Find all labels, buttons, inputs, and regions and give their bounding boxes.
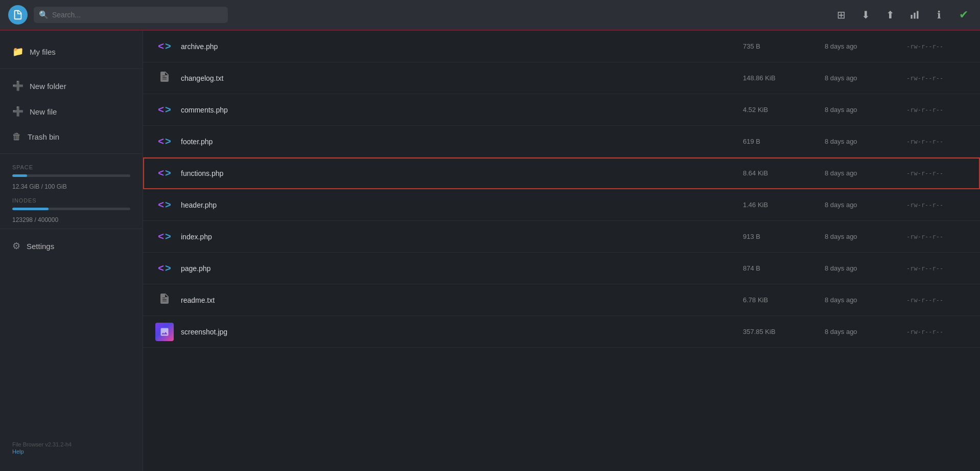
search-icon: 🔍: [39, 10, 49, 19]
file-icon: <>: [155, 101, 174, 119]
php-icon: <>: [158, 40, 171, 52]
file-perms: -rw-r--r--: [906, 43, 968, 50]
grid-view-icon[interactable]: ⊞: [833, 7, 849, 23]
table-row[interactable]: <> index.php 913 B 8 days ago -rw-r--r--: [143, 221, 980, 253]
settings-icon: ⚙: [12, 240, 20, 252]
file-date: 8 days ago: [825, 296, 906, 304]
file-icon: <>: [155, 259, 174, 278]
sidebar-item-label-trash-bin: Trash bin: [28, 132, 59, 141]
php-icon: <>: [158, 136, 171, 147]
file-date: 8 days ago: [825, 264, 906, 272]
sidebar-item-settings[interactable]: ⚙ Settings: [0, 233, 143, 259]
img-icon: [155, 323, 174, 341]
svg-rect-2: [917, 11, 918, 19]
file-name: page.php: [181, 264, 743, 273]
sidebar-bottom: File Browser v2.31.2-h4 Help: [0, 433, 143, 463]
file-name: comments.php: [181, 106, 743, 114]
file-size: 357.85 KiB: [743, 328, 825, 335]
file-perms: -rw-r--r--: [906, 328, 968, 335]
file-date: 8 days ago: [825, 233, 906, 240]
php-icon: <>: [158, 231, 171, 242]
file-perms: -rw-r--r--: [906, 106, 968, 114]
file-name: readme.txt: [181, 296, 743, 304]
main-layout: 📁 My files ➕ New folder ➕ New file 🗑 Tra…: [0, 31, 980, 471]
file-date: 8 days ago: [825, 42, 906, 50]
sidebar: 📁 My files ➕ New folder ➕ New file 🗑 Tra…: [0, 31, 143, 471]
file-date: 8 days ago: [825, 106, 906, 114]
file-date: 8 days ago: [825, 138, 906, 145]
php-icon: <>: [158, 262, 171, 274]
file-perms: -rw-r--r--: [906, 233, 968, 240]
sidebar-item-trash-bin[interactable]: 🗑 Trash bin: [0, 124, 143, 149]
php-icon: <>: [158, 167, 171, 179]
table-row[interactable]: <> comments.php 4.52 KiB 8 days ago -rw-…: [143, 94, 980, 126]
file-name: index.php: [181, 233, 743, 241]
file-icon: <>: [155, 164, 174, 183]
file-size: 148.86 KiB: [743, 74, 825, 82]
file-icon: [155, 323, 174, 341]
file-name: functions.php: [181, 169, 743, 177]
file-size: 619 B: [743, 138, 825, 145]
table-row[interactable]: <> archive.php 735 B 8 days ago -rw-r--r…: [143, 31, 980, 62]
version-info: File Browser v2.31.2-h4 Help: [0, 437, 143, 459]
folder-icon: 📁: [12, 46, 24, 57]
txt-icon: [158, 293, 171, 308]
table-row[interactable]: <> functions.php 8.64 KiB 8 days ago -rw…: [143, 158, 980, 189]
file-size: 6.78 KiB: [743, 296, 825, 304]
file-perms: -rw-r--r--: [906, 297, 968, 304]
svg-rect-0: [911, 15, 913, 19]
file-perms: -rw-r--r--: [906, 201, 968, 209]
file-perms: -rw-r--r--: [906, 265, 968, 272]
file-icon: <>: [155, 132, 174, 151]
file-name: archive.php: [181, 42, 743, 51]
version-text: File Browser v2.31.2-h4: [12, 441, 130, 447]
sidebar-item-my-files[interactable]: 📁 My files: [0, 39, 143, 64]
sidebar-item-new-file[interactable]: ➕ New file: [0, 99, 143, 124]
file-size: 913 B: [743, 233, 825, 240]
app-logo[interactable]: [8, 5, 28, 25]
check-icon[interactable]: ✔: [955, 7, 972, 23]
search-input[interactable]: [34, 7, 228, 23]
file-icon: <>: [155, 228, 174, 246]
php-icon: <>: [158, 199, 171, 211]
inodes-bar: [0, 206, 143, 214]
txt-icon: [158, 71, 171, 86]
sidebar-item-label-my-files: My files: [30, 48, 56, 56]
file-icon: <>: [155, 196, 174, 214]
table-row[interactable]: <> page.php 874 B 8 days ago -rw-r--r--: [143, 253, 980, 284]
inodes-usage-label: 123298 / 400000: [0, 214, 143, 225]
file-date: 8 days ago: [825, 328, 906, 335]
php-icon: <>: [158, 104, 171, 116]
file-size: 4.52 KiB: [743, 106, 825, 114]
inodes-section-label: Inodes: [0, 191, 143, 206]
file-icon: [155, 69, 174, 87]
new-folder-icon: ➕: [12, 80, 24, 92]
download-icon[interactable]: ⬇: [857, 7, 874, 23]
file-name: changelog.txt: [181, 74, 743, 82]
table-row[interactable]: <> header.php 1.46 KiB 8 days ago -rw-r-…: [143, 189, 980, 221]
table-row[interactable]: screenshot.jpg 357.85 KiB 8 days ago -rw…: [143, 316, 980, 348]
trash-icon: 🗑: [12, 131, 21, 142]
file-icon: [155, 291, 174, 309]
file-area: <> archive.php 735 B 8 days ago -rw-r--r…: [143, 31, 980, 471]
space-usage-label: 12.34 GiB / 100 GiB: [0, 181, 143, 191]
chart-icon[interactable]: [906, 7, 923, 23]
file-name: footer.php: [181, 138, 743, 146]
file-size: 735 B: [743, 42, 825, 50]
file-date: 8 days ago: [825, 201, 906, 209]
table-row[interactable]: <> footer.php 619 B 8 days ago -rw-r--r-…: [143, 126, 980, 158]
file-icon: <>: [155, 37, 174, 56]
topbar: 🔍 ⊞ ⬇ ⬆ ℹ ✔: [0, 0, 980, 31]
upload-icon[interactable]: ⬆: [882, 7, 898, 23]
new-file-icon: ➕: [12, 106, 24, 117]
table-row[interactable]: changelog.txt 148.86 KiB 8 days ago -rw-…: [143, 62, 980, 94]
file-size: 874 B: [743, 264, 825, 272]
help-link[interactable]: Help: [12, 448, 130, 455]
sidebar-item-new-folder[interactable]: ➕ New folder: [0, 73, 143, 99]
sidebar-item-label-settings: Settings: [27, 242, 54, 251]
file-date: 8 days ago: [825, 169, 906, 177]
info-icon[interactable]: ℹ: [931, 7, 947, 23]
table-row[interactable]: readme.txt 6.78 KiB 8 days ago -rw-r--r-…: [143, 284, 980, 316]
file-name: screenshot.jpg: [181, 328, 743, 336]
space-bar: [0, 172, 143, 181]
